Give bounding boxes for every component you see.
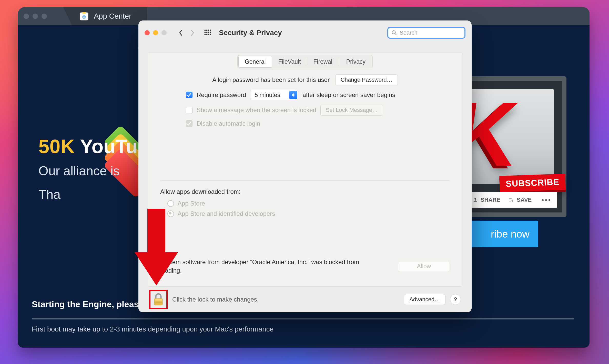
svg-point-3 [206,29,207,31]
chevron-right-icon [190,29,195,36]
nav-forward-button [187,27,198,38]
prefs-content: General FileVault Firewall Privacy A log… [138,45,472,312]
svg-point-11 [206,34,207,35]
require-password-checkbox[interactable] [186,92,192,98]
prefs-tabs-segmented: General FileVault Firewall Privacy [237,55,373,68]
prefs-close-icon[interactable] [145,30,150,35]
promo-line2: Our alliance is [38,164,138,178]
search-icon [391,30,397,36]
svg-point-12 [208,34,209,35]
grid-icon [204,29,211,36]
share-icon [472,197,478,203]
screenshot-toolbar: SHARE SAVE [465,192,557,208]
panel-divider [160,180,450,181]
system-preferences-window: Security & Privacy General FileVault Fir… [138,20,472,312]
require-password-label: Require password [197,91,246,99]
change-password-button[interactable]: Change Password… [335,74,398,85]
promo-line3: Tha [38,187,138,202]
screenshot-frame: K SUBSCRIBE SHARE SAVE [456,76,566,217]
allow-identified-radio [167,210,174,217]
engine-progress-bar [32,318,574,319]
prefs-panel: General FileVault Firewall Privacy A log… [148,52,462,287]
tab-general[interactable]: General [238,56,272,68]
save-label: SAVE [517,197,532,203]
general-options: A login password has been set for this u… [148,74,462,132]
login-password-set-label: A login password has been set for this u… [212,76,330,83]
traffic-max-icon[interactable] [42,14,47,19]
show-message-checkbox [186,107,192,113]
allow-apps-title: Allow apps downloaded from: [160,188,450,195]
advanced-button[interactable]: Advanced… [404,294,445,305]
svg-point-2 [204,29,206,31]
share-button[interactable]: SHARE [472,197,500,203]
cta-label: ribe now [491,228,530,240]
promo-graphic-stack: K SUBSCRIBE SHARE SAVE ribe now [456,76,566,235]
prefs-search-input[interactable] [399,29,461,36]
svg-rect-15 [154,298,163,305]
tab-filevault[interactable]: FileVault [272,56,307,67]
allow-appstore-label: App Store [178,200,205,207]
prefs-max-icon [161,30,167,35]
svg-point-8 [208,31,209,33]
playlist-add-icon [508,197,514,203]
traffic-min-icon[interactable] [33,14,38,19]
tab-privacy[interactable]: Privacy [340,56,372,67]
appcenter-active-tab[interactable]: App Center [72,7,147,25]
allow-identified-label: App Store and identified developers [178,210,275,217]
appcenter-tab-title: App Center [94,12,131,20]
svg-point-6 [204,31,206,33]
svg-point-7 [206,31,207,33]
lock-hint-label: Click the lock to make changes. [172,296,259,303]
svg-point-13 [210,34,211,35]
require-password-delay-value: 5 minutes [255,92,280,99]
promo-headline-gold: 50K [38,135,75,157]
require-password-after-label: after sleep or screen saver begins [302,91,395,99]
svg-point-5 [210,29,211,31]
select-stepper-icon [289,91,297,99]
nav-back-button[interactable] [175,27,187,38]
lock-icon[interactable] [153,293,164,306]
prefs-footer: Click the lock to make changes. Advanced… [138,287,472,312]
require-password-delay-select[interactable]: 5 minutes [250,90,298,100]
prefs-traffic-lights [145,30,167,35]
set-lock-message-button: Set Lock Message… [320,105,383,115]
big-k-graphic-icon: K [469,89,524,184]
chevron-left-icon [178,29,183,36]
promo-headline-rest: YouTu [75,135,138,157]
svg-point-4 [208,29,209,31]
svg-point-10 [204,34,206,35]
disable-auto-login-label: Disable automatic login [197,120,260,127]
engine-status-subtext: First boot may take up to 2-3 minutes de… [32,325,273,333]
show-all-button[interactable] [202,27,213,38]
prefs-nav-buttons [175,27,198,38]
appcenter-traffic-lights [24,7,47,25]
svg-point-9 [210,31,211,33]
promo-text-block: 50K YouTu Our alliance is Tha [38,135,138,202]
allow-button: Allow [398,261,450,272]
help-button[interactable]: ? [450,294,461,305]
prefs-toolbar: Security & Privacy [138,20,472,45]
subscribe-badge: SUBSCRIBE [499,174,566,192]
blocked-software-text: System software from developer “Oracle A… [160,258,365,275]
tab-firewall[interactable]: Firewall [307,56,340,67]
screenshot-inner: K [469,89,554,184]
save-button[interactable]: SAVE [508,197,532,203]
allow-apps-section: Allow apps downloaded from: App Store Ap… [148,188,462,220]
appcenter-tab-icon [79,11,89,21]
more-button[interactable] [542,199,550,201]
disable-auto-login-checkbox [186,120,192,127]
prefs-title: Security & Privacy [219,29,282,37]
prefs-min-icon[interactable] [153,30,158,35]
lock-highlight-box [149,290,168,309]
allow-appstore-radio [167,200,174,207]
show-message-label: Show a message when the screen is locked [197,106,316,114]
prefs-search-field[interactable] [387,27,465,39]
share-label: SHARE [481,197,500,203]
blocked-software-row: System software from developer “Oracle A… [160,258,450,275]
traffic-close-icon[interactable] [24,14,29,19]
